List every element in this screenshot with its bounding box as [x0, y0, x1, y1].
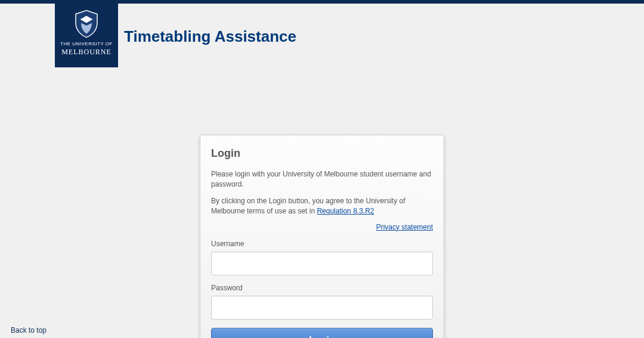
logo-line1: THE UNIVERSITY OF — [55, 42, 118, 46]
password-label: Password — [211, 284, 433, 292]
username-label: Username — [211, 240, 433, 248]
regulation-link[interactable]: Regulation 8.3.R2 — [317, 207, 374, 215]
login-card: Login Please login with your University … — [200, 135, 444, 338]
username-input[interactable] — [211, 252, 433, 275]
login-terms: By clicking on the Login button, you agr… — [211, 196, 433, 217]
login-heading: Login — [211, 147, 433, 160]
login-terms-prefix: By clicking on the Login button, you agr… — [211, 197, 405, 215]
password-input[interactable] — [211, 296, 433, 320]
university-crest-icon — [72, 10, 101, 38]
login-button[interactable]: Login — [211, 328, 433, 338]
privacy-row: Privacy statement — [211, 223, 433, 231]
login-intro: Please login with your University of Mel… — [211, 169, 433, 190]
privacy-link[interactable]: Privacy statement — [376, 223, 433, 231]
page-title: Timetabling Assistance — [124, 27, 296, 46]
university-logo-block: THE UNIVERSITY OF MELBOURNE — [55, 4, 118, 67]
logo-line2: MELBOURNE — [55, 48, 118, 57]
back-to-top-link[interactable]: Back to top — [11, 326, 47, 334]
